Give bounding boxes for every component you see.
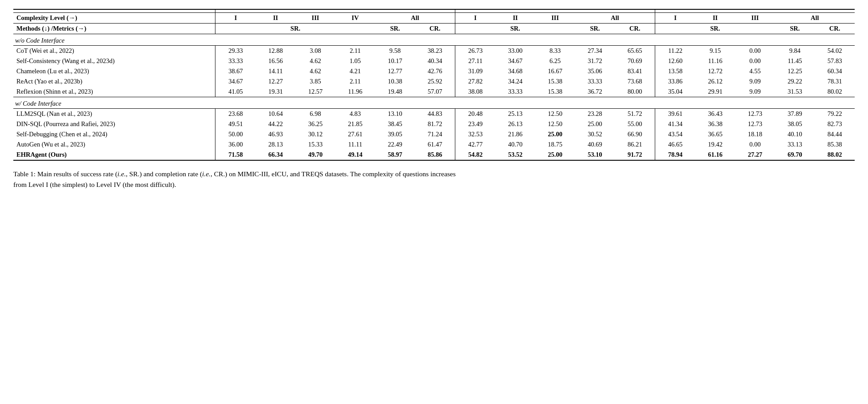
data-cell: 38.05 [775, 119, 815, 129]
data-cell: 15.33 [295, 139, 335, 150]
data-cell: 70.69 [615, 56, 655, 66]
data-cell: 16.56 [256, 56, 296, 66]
data-cell: 61.16 [695, 150, 735, 160]
data-cell: 34.67 [215, 76, 256, 87]
data-cell: 55.00 [615, 119, 655, 129]
eicu-all-sr: SR. [575, 24, 615, 34]
data-cell: 25.00 [575, 119, 615, 129]
treqs-all-cr: CR. [815, 24, 855, 34]
treqs-I: I [655, 13, 696, 24]
mimic-all: All [375, 13, 455, 24]
data-cell: 46.65 [655, 139, 696, 150]
data-cell: 9.15 [695, 46, 735, 56]
data-cell: 49.51 [215, 119, 256, 129]
method-cell: CoT (Wei et al., 2022) [13, 46, 215, 56]
data-cell: 40.34 [415, 56, 455, 66]
data-cell: 27.27 [735, 150, 775, 160]
eicu-I: I [455, 13, 496, 24]
method-cell: Reflexion (Shinn et al., 2023) [13, 87, 215, 97]
treqs-II: II [695, 13, 735, 24]
data-cell: 11.22 [655, 46, 696, 56]
data-cell: 46.93 [256, 129, 296, 139]
treqs-all-sr: SR. [775, 24, 815, 34]
data-cell: 51.72 [615, 109, 655, 119]
data-cell: 32.53 [455, 129, 496, 139]
data-cell: 6.25 [535, 56, 575, 66]
data-cell: 25.00 [535, 129, 575, 139]
data-cell: 18.75 [535, 139, 575, 150]
data-cell: 66.90 [615, 129, 655, 139]
data-cell: 12.57 [295, 87, 335, 97]
data-cell: 34.24 [495, 76, 535, 87]
data-cell: 25.00 [535, 150, 575, 160]
data-cell: 80.02 [815, 87, 855, 97]
data-cell: 3.08 [295, 46, 335, 56]
eicu-all-cr: CR. [615, 24, 655, 34]
data-cell: 12.73 [735, 109, 775, 119]
data-cell: 0.00 [735, 46, 775, 56]
data-cell: 4.55 [735, 66, 775, 76]
data-cell: 78.31 [815, 76, 855, 87]
dataset-col-header [13, 9, 215, 13]
data-cell: 60.34 [815, 66, 855, 76]
mimic-header [215, 9, 455, 13]
data-cell: 9.84 [775, 46, 815, 56]
data-cell: 85.38 [815, 139, 855, 150]
treqs-all: All [775, 13, 855, 24]
data-cell: 16.67 [535, 66, 575, 76]
data-cell: 9.58 [375, 46, 415, 56]
data-cell: 34.68 [495, 66, 535, 76]
data-cell: 2.11 [335, 46, 375, 56]
data-cell: 80.00 [615, 87, 655, 97]
data-cell: 41.34 [655, 119, 696, 129]
data-cell: 12.60 [655, 56, 696, 66]
data-cell: 79.22 [815, 109, 855, 119]
data-cell: 30.12 [295, 129, 335, 139]
mimic-III: III [295, 13, 335, 24]
data-cell: 40.69 [575, 139, 615, 150]
data-cell: 30.52 [575, 129, 615, 139]
data-cell: 29.22 [775, 76, 815, 87]
method-cell: Chameleon (Lu et al., 2023) [13, 66, 215, 76]
mimic-sr-header: SR. [215, 24, 375, 34]
data-cell: 25.13 [495, 109, 535, 119]
data-cell: 15.38 [535, 76, 575, 87]
data-cell: 25.92 [415, 76, 455, 87]
eicu-III: III [535, 13, 575, 24]
data-cell: 33.13 [775, 139, 815, 150]
data-cell: 14.11 [256, 66, 296, 76]
data-cell: 49.70 [295, 150, 335, 160]
data-cell: 38.67 [215, 66, 256, 76]
method-cell: DIN-SQL (Pourreza and Rafiei, 2023) [13, 119, 215, 129]
data-cell: 71.24 [415, 129, 455, 139]
data-cell: 53.52 [495, 150, 535, 160]
method-cell: AutoGen (Wu et al., 2023) [13, 139, 215, 150]
data-cell: 12.77 [375, 66, 415, 76]
data-cell: 38.45 [375, 119, 415, 129]
data-cell: 11.16 [695, 56, 735, 66]
data-cell: 12.50 [535, 109, 575, 119]
section1-label: w/o Code Interface [13, 34, 855, 46]
eicu-header [455, 9, 655, 13]
method-cell: LLM2SQL (Nan et al., 2023) [13, 109, 215, 119]
data-cell: 23.49 [455, 119, 496, 129]
data-cell: 65.65 [615, 46, 655, 56]
data-cell: 27.61 [335, 129, 375, 139]
data-cell: 8.33 [535, 46, 575, 56]
data-cell: 12.73 [735, 119, 775, 129]
eicu-II: II [495, 13, 535, 24]
data-cell: 19.48 [375, 87, 415, 97]
table-caption: Table 1: Main results of success rate (i… [13, 169, 458, 190]
data-cell: 29.33 [215, 46, 256, 56]
data-cell: 38.08 [455, 87, 496, 97]
data-cell: 57.83 [815, 56, 855, 66]
data-cell: 34.67 [495, 56, 535, 66]
data-cell: 50.00 [215, 129, 256, 139]
data-cell: 29.91 [695, 87, 735, 97]
data-cell: 44.83 [415, 109, 455, 119]
data-cell: 42.76 [415, 66, 455, 76]
data-cell: 4.62 [295, 56, 335, 66]
data-cell: 85.86 [415, 150, 455, 160]
data-cell: 4.21 [335, 66, 375, 76]
data-cell: 12.25 [775, 66, 815, 76]
